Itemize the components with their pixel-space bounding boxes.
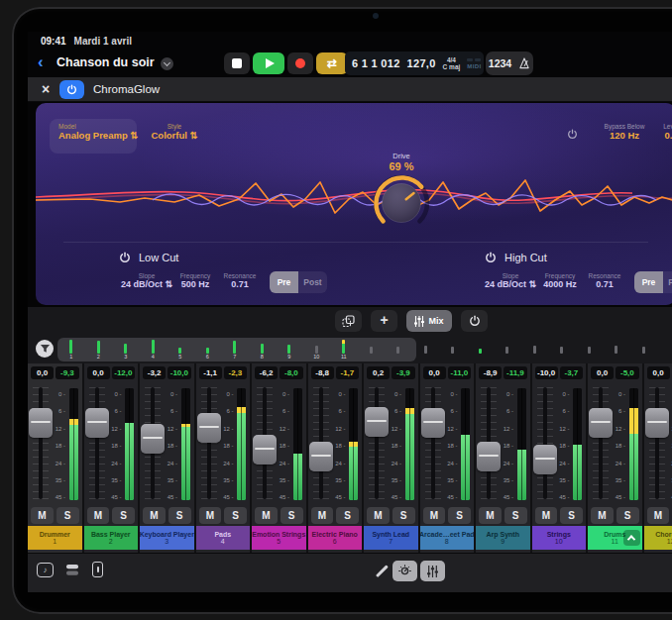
solo-button[interactable]: S [56,507,79,524]
stacked-items-icon[interactable] [65,564,80,576]
high-cut-pre-button[interactable]: Pre [634,271,663,293]
song-menu-button[interactable] [161,57,173,70]
volume-value[interactable]: -1,1 [199,366,222,379]
peak-value[interactable]: -10,0 [168,366,190,379]
mute-button[interactable]: M [591,507,614,524]
add-track-button[interactable]: + [371,310,397,332]
track-label[interactable]: Bass Player 2 [84,526,139,550]
volume-value[interactable]: -10,0 [535,366,558,379]
overview-track[interactable]: 8 [249,338,277,362]
overview-track[interactable] [494,338,521,362]
track-label[interactable]: Strings 10 [532,526,587,550]
volume-value[interactable]: 0,0 [87,366,110,379]
low-cut-pre-button[interactable]: Pre [270,271,298,293]
overview-track[interactable] [521,338,549,362]
high-cut-resonance[interactable]: Resonance 0.71 [583,272,626,289]
high-cut-frequency[interactable]: Frequency 4000 Hz [535,272,585,289]
close-plugin-icon[interactable]: × [42,81,50,97]
pencil-edit-icon[interactable] [376,565,388,576]
peak-value[interactable]: -9,3 [56,366,78,379]
plugin-power-button[interactable] [59,80,84,99]
high-cut-post-button[interactable]: Post [663,271,672,293]
mute-button[interactable]: M [199,507,222,524]
mute-button[interactable]: M [647,507,670,524]
drive-knob[interactable] [372,173,431,233]
mix-mode-button[interactable]: Mix [406,310,452,332]
volume-value[interactable]: 0,0 [423,366,446,379]
solo-button[interactable]: S [616,507,639,524]
mixer-power-button[interactable] [461,310,488,332]
peak-value[interactable]: -1,7 [336,366,359,379]
overview-track[interactable]: 5 [167,338,194,362]
overview-track[interactable]: 6 [194,338,222,362]
overview-track[interactable]: 4 [140,338,168,362]
peak-value[interactable]: -5,0 [616,366,638,379]
low-cut-resonance[interactable]: Resonance 0.71 [218,272,262,289]
low-cut-power-icon[interactable] [119,252,131,263]
peak-value[interactable]: -3,9 [392,366,414,379]
solo-button[interactable]: S [112,507,135,524]
peak-value[interactable]: -2,3 [224,366,247,379]
overview-track[interactable] [467,338,495,362]
peak-value[interactable]: -11,9 [504,366,526,379]
count-in-button[interactable]: 1234 [489,57,511,69]
mixer-view-button[interactable] [420,561,445,581]
overview-track[interactable]: 10 [303,338,331,362]
overview-track[interactable] [358,338,386,362]
overview-track[interactable] [548,338,576,362]
mute-button[interactable]: M [143,507,166,524]
bypass-power-icon[interactable] [567,129,578,140]
solo-button[interactable]: S [392,507,415,524]
high-cut-power-icon[interactable] [485,252,497,263]
overview-track[interactable]: 9 [276,338,303,362]
volume-value[interactable]: -6,2 [255,366,278,379]
track-label[interactable]: Synth Lead 7 [364,526,418,550]
solo-button[interactable]: S [336,507,359,524]
mute-button[interactable]: M [87,507,110,524]
track-label[interactable]: Keyboard Player 3 [140,526,194,550]
plug-connector-icon[interactable] [92,562,103,577]
mute-button[interactable]: M [367,507,390,524]
overview-track[interactable]: 11 [330,338,358,362]
solo-button[interactable]: S [560,507,583,524]
loop-browser-icon[interactable]: ♪ [37,563,54,577]
back-chevron-icon[interactable]: ‹ [38,52,44,73]
volume-value[interactable]: 0,0 [591,366,614,379]
track-label[interactable]: Drummer 1 [28,526,82,550]
channel-strip-components-button[interactable] [335,310,362,332]
track-label[interactable]: Arp Synth 9 [476,526,530,550]
peak-value[interactable]: -12,0 [112,366,135,379]
mixer-overview[interactable]: 1 2 3 4 5 6 7 [57,338,657,362]
play-button[interactable] [253,52,284,74]
low-cut-post-button[interactable]: Post [298,271,327,293]
style-selector[interactable]: Style Colorful ⇅ [143,119,206,141]
volume-value[interactable]: 0,2 [367,366,390,379]
low-cut-slope[interactable]: Slope 24 dB/Oct ⇅ [119,272,174,289]
track-label[interactable]: Emotion Strings 5 [252,526,306,550]
volume-value[interactable]: -8,9 [479,366,502,379]
cycle-button[interactable]: ⇄ [316,52,348,74]
mute-button[interactable]: M [311,507,334,524]
track-filter-button[interactable] [36,340,54,358]
solo-button[interactable]: S [168,507,191,524]
overview-track[interactable]: 3 [112,338,140,362]
record-button[interactable] [287,52,313,74]
track-label[interactable]: Chorus V 12 [644,526,672,550]
solo-button[interactable]: S [224,507,247,524]
collapse-chevron-button[interactable] [623,530,640,546]
mute-button[interactable]: M [255,507,278,524]
solo-button[interactable]: S [280,507,303,524]
volume-value[interactable]: 0,0 [647,366,670,379]
peak-value[interactable]: -11,0 [448,366,471,379]
track-label[interactable]: Drums 11 [588,526,642,550]
mute-button[interactable]: M [535,507,558,524]
volume-value[interactable]: -3,2 [143,366,166,379]
level-control[interactable]: Level 0.0 [642,123,672,141]
overview-track[interactable]: 1 [57,338,85,362]
peak-value[interactable]: -8,0 [280,366,302,379]
mute-button[interactable]: M [31,507,54,524]
overview-track[interactable] [412,338,440,362]
mute-button[interactable]: M [423,507,446,524]
overview-track[interactable]: 7 [221,338,249,362]
overview-track[interactable] [603,338,630,362]
